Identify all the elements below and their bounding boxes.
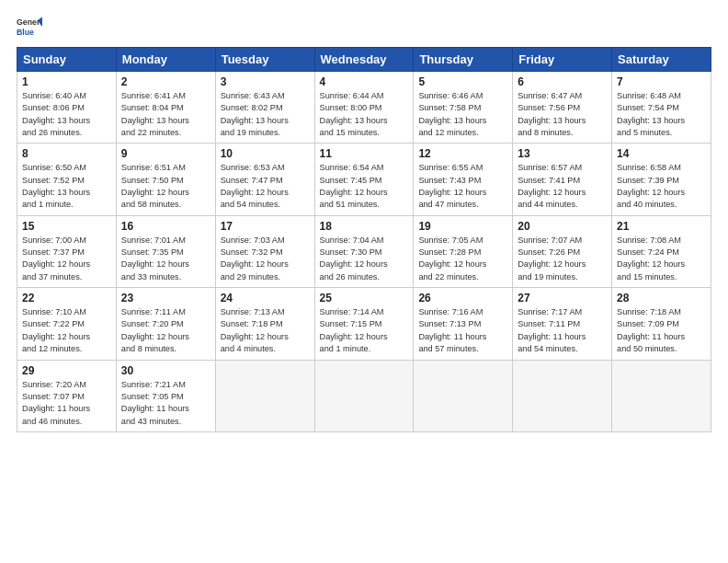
day-info: Sunrise: 6:57 AM Sunset: 7:41 PM Dayligh… (518, 162, 607, 211)
day-info: Sunrise: 6:41 AM Sunset: 8:04 PM Dayligh… (121, 90, 210, 139)
day-number: 11 (320, 147, 409, 160)
weekday-header-tuesday: Tuesday (215, 48, 314, 72)
calendar-cell: 3Sunrise: 6:43 AM Sunset: 8:02 PM Daylig… (215, 72, 314, 144)
day-number: 18 (320, 220, 409, 233)
day-number: 12 (418, 147, 507, 160)
week-row-5: 29Sunrise: 7:20 AM Sunset: 7:07 PM Dayli… (17, 360, 711, 431)
calendar-cell: 17Sunrise: 7:03 AM Sunset: 7:32 PM Dayli… (215, 215, 314, 287)
day-info: Sunrise: 7:04 AM Sunset: 7:30 PM Dayligh… (320, 235, 409, 283)
day-info: Sunrise: 6:58 AM Sunset: 7:39 PM Dayligh… (617, 162, 706, 211)
day-info: Sunrise: 7:08 AM Sunset: 7:24 PM Dayligh… (617, 235, 706, 283)
calendar-table: SundayMondayTuesdayWednesdayThursdayFrid… (17, 47, 711, 432)
day-number: 9 (121, 147, 210, 160)
day-number: 28 (617, 292, 706, 304)
calendar-cell (314, 360, 414, 431)
week-row-1: 1Sunrise: 6:40 AM Sunset: 8:06 PM Daylig… (17, 72, 711, 144)
calendar-cell: 23Sunrise: 7:11 AM Sunset: 7:20 PM Dayli… (116, 288, 215, 360)
day-info: Sunrise: 6:50 AM Sunset: 7:52 PM Dayligh… (22, 162, 111, 211)
day-info: Sunrise: 7:03 AM Sunset: 7:32 PM Dayligh… (221, 235, 310, 283)
weekday-header-friday: Friday (513, 48, 612, 72)
calendar-cell (215, 360, 314, 431)
calendar-cell: 21Sunrise: 7:08 AM Sunset: 7:24 PM Dayli… (612, 215, 711, 287)
day-info: Sunrise: 6:40 AM Sunset: 8:06 PM Dayligh… (22, 90, 111, 139)
calendar-cell: 6Sunrise: 6:47 AM Sunset: 7:56 PM Daylig… (513, 72, 612, 144)
calendar-cell: 7Sunrise: 6:48 AM Sunset: 7:54 PM Daylig… (612, 72, 711, 144)
calendar-cell: 22Sunrise: 7:10 AM Sunset: 7:22 PM Dayli… (17, 288, 117, 360)
day-number: 8 (22, 147, 111, 160)
day-info: Sunrise: 6:51 AM Sunset: 7:50 PM Dayligh… (121, 162, 210, 211)
calendar-cell: 11Sunrise: 6:54 AM Sunset: 7:45 PM Dayli… (314, 144, 414, 215)
day-number: 29 (22, 364, 111, 377)
calendar-cell (612, 360, 711, 431)
day-number: 16 (121, 220, 210, 233)
day-info: Sunrise: 7:11 AM Sunset: 7:20 PM Dayligh… (121, 306, 210, 355)
day-number: 19 (418, 220, 507, 233)
day-number: 17 (221, 220, 310, 233)
day-number: 23 (121, 292, 210, 304)
calendar-cell: 29Sunrise: 7:20 AM Sunset: 7:07 PM Dayli… (17, 360, 117, 431)
day-number: 20 (518, 220, 607, 233)
logo-icon: General Blue (17, 14, 42, 40)
day-number: 21 (617, 220, 706, 233)
calendar-cell: 28Sunrise: 7:18 AM Sunset: 7:09 PM Dayli… (612, 288, 711, 360)
calendar-cell (414, 360, 513, 431)
day-info: Sunrise: 7:18 AM Sunset: 7:09 PM Dayligh… (617, 306, 706, 355)
calendar-cell: 19Sunrise: 7:05 AM Sunset: 7:28 PM Dayli… (414, 215, 513, 287)
day-number: 3 (221, 75, 310, 88)
calendar-cell: 27Sunrise: 7:17 AM Sunset: 7:11 PM Dayli… (513, 288, 612, 360)
day-number: 14 (617, 147, 706, 160)
svg-text:General: General (17, 17, 42, 27)
day-info: Sunrise: 6:53 AM Sunset: 7:47 PM Dayligh… (221, 162, 310, 211)
day-info: Sunrise: 7:10 AM Sunset: 7:22 PM Dayligh… (22, 306, 111, 355)
day-number: 7 (617, 75, 706, 88)
day-info: Sunrise: 6:44 AM Sunset: 8:00 PM Dayligh… (320, 90, 409, 139)
day-number: 27 (518, 292, 607, 304)
day-info: Sunrise: 7:21 AM Sunset: 7:05 PM Dayligh… (121, 379, 210, 428)
weekday-header-wednesday: Wednesday (314, 48, 414, 72)
logo: General Blue (17, 14, 42, 40)
day-info: Sunrise: 6:43 AM Sunset: 8:02 PM Dayligh… (221, 90, 310, 139)
day-info: Sunrise: 7:20 AM Sunset: 7:07 PM Dayligh… (22, 379, 111, 428)
weekday-header-thursday: Thursday (414, 48, 513, 72)
day-number: 1 (22, 75, 111, 88)
calendar-cell: 9Sunrise: 6:51 AM Sunset: 7:50 PM Daylig… (116, 144, 215, 215)
day-info: Sunrise: 6:46 AM Sunset: 7:58 PM Dayligh… (418, 90, 507, 139)
weekday-header-saturday: Saturday (612, 48, 711, 72)
calendar-cell: 25Sunrise: 7:14 AM Sunset: 7:15 PM Dayli… (314, 288, 414, 360)
day-info: Sunrise: 7:01 AM Sunset: 7:35 PM Dayligh… (121, 235, 210, 283)
day-number: 25 (320, 292, 409, 304)
weekday-header-sunday: Sunday (17, 48, 117, 72)
calendar-cell: 10Sunrise: 6:53 AM Sunset: 7:47 PM Dayli… (215, 144, 314, 215)
weekday-header-monday: Monday (116, 48, 215, 72)
day-info: Sunrise: 6:47 AM Sunset: 7:56 PM Dayligh… (518, 90, 607, 139)
day-info: Sunrise: 7:17 AM Sunset: 7:11 PM Dayligh… (518, 306, 607, 355)
day-info: Sunrise: 7:07 AM Sunset: 7:26 PM Dayligh… (518, 235, 607, 283)
day-info: Sunrise: 6:55 AM Sunset: 7:43 PM Dayligh… (418, 162, 507, 211)
day-number: 26 (418, 292, 507, 304)
calendar-cell: 24Sunrise: 7:13 AM Sunset: 7:18 PM Dayli… (215, 288, 314, 360)
day-number: 30 (121, 364, 210, 377)
day-number: 22 (22, 292, 111, 304)
weekday-header-row: SundayMondayTuesdayWednesdayThursdayFrid… (17, 48, 711, 72)
day-number: 5 (418, 75, 507, 88)
svg-text:Blue: Blue (17, 28, 34, 37)
day-number: 24 (221, 292, 310, 304)
day-info: Sunrise: 6:54 AM Sunset: 7:45 PM Dayligh… (320, 162, 409, 211)
day-number: 15 (22, 220, 111, 233)
day-info: Sunrise: 6:48 AM Sunset: 7:54 PM Dayligh… (617, 90, 706, 139)
calendar-cell: 15Sunrise: 7:00 AM Sunset: 7:37 PM Dayli… (17, 215, 117, 287)
page-header: General Blue (17, 14, 711, 40)
calendar-cell: 4Sunrise: 6:44 AM Sunset: 8:00 PM Daylig… (314, 72, 414, 144)
day-number: 10 (221, 147, 310, 160)
day-number: 4 (320, 75, 409, 88)
week-row-3: 15Sunrise: 7:00 AM Sunset: 7:37 PM Dayli… (17, 215, 711, 287)
calendar-cell: 8Sunrise: 6:50 AM Sunset: 7:52 PM Daylig… (17, 144, 117, 215)
calendar-cell: 1Sunrise: 6:40 AM Sunset: 8:06 PM Daylig… (17, 72, 117, 144)
calendar-cell: 13Sunrise: 6:57 AM Sunset: 7:41 PM Dayli… (513, 144, 612, 215)
week-row-4: 22Sunrise: 7:10 AM Sunset: 7:22 PM Dayli… (17, 288, 711, 360)
day-info: Sunrise: 7:05 AM Sunset: 7:28 PM Dayligh… (418, 235, 507, 283)
day-info: Sunrise: 7:14 AM Sunset: 7:15 PM Dayligh… (320, 306, 409, 355)
calendar-cell: 16Sunrise: 7:01 AM Sunset: 7:35 PM Dayli… (116, 215, 215, 287)
calendar-cell: 18Sunrise: 7:04 AM Sunset: 7:30 PM Dayli… (314, 215, 414, 287)
calendar-cell: 30Sunrise: 7:21 AM Sunset: 7:05 PM Dayli… (116, 360, 215, 431)
